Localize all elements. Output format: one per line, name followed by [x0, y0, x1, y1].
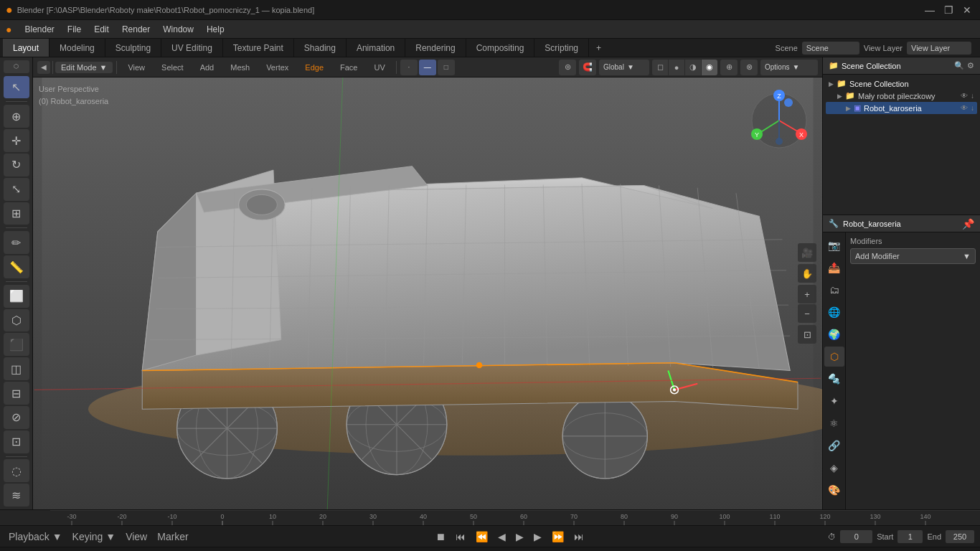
- prop-modifier-icon[interactable]: 🔩: [824, 369, 844, 389]
- prop-object-data-icon[interactable]: ◈: [824, 458, 844, 478]
- outliner-search-icon[interactable]: 🔍: [954, 61, 964, 70]
- solid-shading[interactable]: ●: [669, 60, 684, 75]
- menu-render[interactable]: Render: [116, 23, 156, 36]
- prop-scene-icon[interactable]: 🌐: [824, 302, 844, 322]
- tab-texture-paint[interactable]: Texture Paint: [223, 39, 294, 57]
- menu-help[interactable]: Help: [201, 23, 230, 36]
- camera-view-button[interactable]: 🎥: [798, 243, 816, 262]
- add-modifier-dropdown[interactable]: Add Modifier ▼: [850, 248, 976, 264]
- add-menu[interactable]: Add: [193, 62, 222, 73]
- extrude-tool[interactable]: ⬡: [4, 309, 29, 332]
- menu-edit[interactable]: Edit: [88, 23, 115, 36]
- prop-material-icon[interactable]: 🎨: [824, 480, 844, 500]
- close-button[interactable]: ✕: [958, 3, 976, 17]
- next-keyframe-button[interactable]: ▶: [531, 529, 545, 544]
- tab-compositing[interactable]: Compositing: [466, 39, 535, 57]
- marker-dropdown[interactable]: Marker: [154, 529, 192, 544]
- vertex-select-button[interactable]: ·: [400, 60, 418, 75]
- outliner-item-robot-karoseria[interactable]: ▶ ▣ Robot_karoseria 👁 ↓: [826, 102, 977, 114]
- end-frame-input[interactable]: [946, 530, 974, 543]
- wireframe-shading[interactable]: ◻: [652, 60, 668, 75]
- timeline-ruler[interactable]: -30 -20 -10 0 10 20 30 40 50 60: [0, 509, 980, 525]
- play-button[interactable]: ▶: [513, 529, 527, 544]
- prop-particles-icon[interactable]: ✦: [824, 391, 844, 411]
- menu-window[interactable]: Window: [157, 23, 199, 36]
- start-frame-input[interactable]: [897, 530, 923, 543]
- material-shading[interactable]: ◑: [685, 60, 701, 75]
- view-menu[interactable]: View: [121, 62, 152, 73]
- maximize-button[interactable]: ❐: [940, 3, 957, 17]
- snap-button[interactable]: 🧲: [579, 60, 596, 75]
- tab-sculpting[interactable]: Sculpting: [105, 39, 161, 57]
- prev-keyframe-button[interactable]: ◀: [495, 529, 509, 544]
- playback-dropdown[interactable]: Playback ▼: [6, 529, 65, 544]
- face-menu[interactable]: Face: [333, 62, 364, 73]
- tab-layout[interactable]: Layout: [3, 39, 50, 57]
- overlay-button[interactable]: ⊕: [720, 60, 738, 75]
- select-menu[interactable]: Select: [154, 62, 191, 73]
- minimize-button[interactable]: —: [921, 3, 938, 17]
- skip-end-button[interactable]: ⏭: [571, 529, 587, 544]
- prop-world-icon[interactable]: 🌍: [824, 324, 844, 344]
- current-frame-input[interactable]: [840, 530, 872, 543]
- outliner-item-scene-collection[interactable]: ▶ 📁 Scene Collection: [826, 77, 977, 90]
- uv-menu[interactable]: UV: [367, 62, 392, 73]
- bevel-tool[interactable]: ◫: [4, 357, 29, 380]
- cursor-tool[interactable]: ⊕: [4, 105, 29, 128]
- inset-tool[interactable]: ⬛: [4, 333, 29, 356]
- poly-build-tool[interactable]: ⊡: [4, 430, 29, 453]
- add-cube-tool[interactable]: ⬜: [4, 285, 29, 308]
- prop-object-icon[interactable]: ⬡: [824, 347, 844, 367]
- rotate-tool[interactable]: ↻: [4, 154, 29, 176]
- tab-modeling[interactable]: Modeling: [50, 39, 105, 57]
- menu-blender[interactable]: Blender: [19, 23, 60, 36]
- viewport-3d[interactable]: User Perspective (0) Robot_karoseria Z X: [33, 77, 822, 509]
- tab-rendering[interactable]: Rendering: [405, 39, 466, 57]
- view-dropdown[interactable]: View: [123, 529, 150, 544]
- skip-start-button[interactable]: ⏮: [453, 529, 468, 544]
- edit-mode-dropdown[interactable]: Edit Mode ▼: [55, 62, 113, 73]
- tab-uv-editing[interactable]: UV Editing: [161, 39, 223, 57]
- outliner-filter-icon[interactable]: ⚙: [967, 61, 974, 70]
- toggle-sidebar-button[interactable]: ◀: [37, 61, 50, 74]
- tab-scripting[interactable]: Scripting: [534, 39, 589, 57]
- vertex-menu[interactable]: Vertex: [259, 62, 296, 73]
- tab-shading[interactable]: Shading: [294, 39, 347, 57]
- prop-output-icon[interactable]: 📤: [824, 258, 844, 278]
- proportional-edit-button[interactable]: ⊚: [559, 60, 576, 75]
- prop-physics-icon[interactable]: ⚛: [824, 413, 844, 433]
- zoom-in-button[interactable]: +: [798, 285, 816, 303]
- outliner-item-collection[interactable]: ▶ 📁 Mały robot pileczkowy 👁 ↓: [826, 90, 977, 102]
- scale-tool[interactable]: ⤡: [4, 178, 29, 201]
- loop-cut-tool[interactable]: ⊟: [4, 382, 29, 405]
- navigation-gizmo[interactable]: Z X Y: [747, 88, 811, 153]
- viewlayer-selector[interactable]: View Layer: [907, 42, 971, 55]
- options-dropdown[interactable]: Options ▼: [760, 60, 818, 75]
- smooth-tool[interactable]: ≋: [4, 484, 29, 507]
- step-forward-button[interactable]: ⏩: [549, 529, 567, 544]
- edge-menu[interactable]: Edge: [298, 62, 331, 73]
- mesh-menu[interactable]: Mesh: [223, 62, 257, 73]
- prop-constraints-icon[interactable]: 🔗: [824, 435, 844, 456]
- prop-render-icon[interactable]: 📷: [824, 235, 844, 255]
- keying-dropdown[interactable]: Keying ▼: [70, 529, 119, 544]
- menu-file[interactable]: File: [62, 23, 87, 36]
- measure-tool[interactable]: 📏: [4, 255, 29, 278]
- prop-view-layer-icon[interactable]: 🗂: [824, 280, 844, 300]
- xray-button[interactable]: ⊗: [740, 60, 758, 75]
- tab-animation[interactable]: Animation: [347, 39, 405, 57]
- scene-selector[interactable]: Scene: [802, 42, 859, 55]
- transform-pivot-dropdown[interactable]: Global ▼: [599, 60, 649, 75]
- transform-tool[interactable]: ⊞: [4, 202, 29, 225]
- spin-tool[interactable]: ◌: [4, 459, 29, 482]
- add-workspace-button[interactable]: +: [589, 39, 608, 57]
- face-select-button[interactable]: □: [438, 60, 455, 75]
- knife-tool[interactable]: ⊘: [4, 406, 29, 429]
- stop-button[interactable]: ⏹: [433, 529, 448, 544]
- annotate-tool[interactable]: ✏: [4, 231, 29, 254]
- rendered-shading[interactable]: ◉: [702, 60, 717, 75]
- pan-view-button[interactable]: ✋: [798, 264, 816, 283]
- move-tool[interactable]: ✛: [4, 129, 29, 152]
- step-back-button[interactable]: ⏪: [473, 529, 491, 544]
- view-all-button[interactable]: ⊡: [798, 325, 816, 344]
